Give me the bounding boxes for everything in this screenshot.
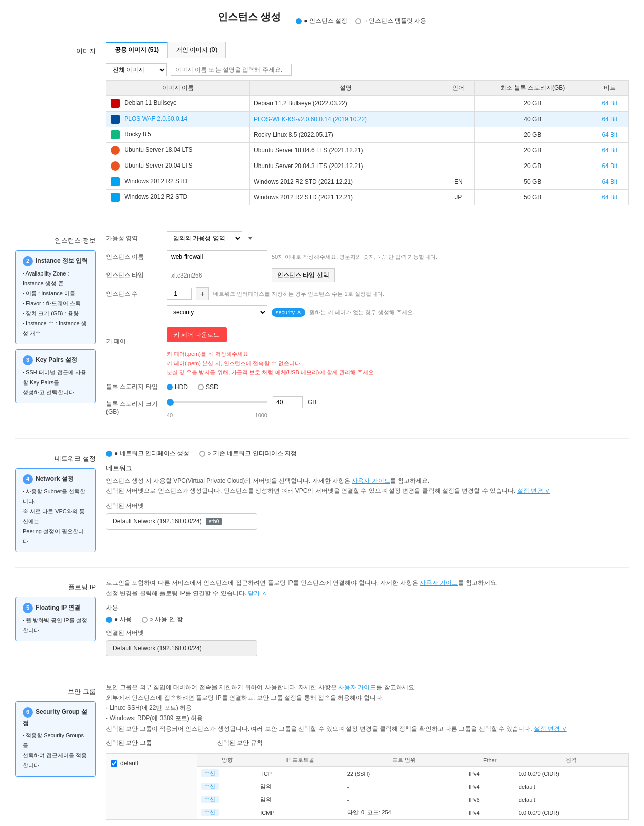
tab-private-images[interactable]: 개인 이미지 (0) xyxy=(168,42,226,58)
image-table-row[interactable]: Debian 11 Bullseye Debian 11.2 Bullseye … xyxy=(106,96,629,112)
image-search-input[interactable] xyxy=(171,64,292,76)
sg-rule-row: 수신 ICMP 타입: 0, 코드: 254 IPv4 0.0.0.0/0 (C… xyxy=(197,806,628,819)
tab-template[interactable]: ○ 인스턴스 템플릿 사용 xyxy=(355,17,426,25)
keypair-label: 키 페어 xyxy=(106,337,167,346)
connected-subnet-label: 연결된 서버넷 xyxy=(106,629,629,637)
image-table-row[interactable]: Windows 2012 R2 STD Windows 2012 R2 STD … xyxy=(106,174,629,190)
storage-max-label: 1000 xyxy=(255,412,267,418)
sg-change-link[interactable]: 설정 변경 ∨ xyxy=(534,725,567,732)
network-sub-label: 네트워크 xyxy=(106,464,629,473)
avail-zone-label: 가용성 영역 xyxy=(106,234,167,243)
instance-count-label: 인스턴스 수 xyxy=(106,290,167,298)
image-table-row[interactable]: Rocky 8.5 Rocky Linux 8.5 (2022.05.17) 2… xyxy=(106,127,629,143)
col-lang: 언어 xyxy=(442,81,475,96)
sg-rule-row: 수신 TCP 22 (SSH) IPv4 0.0.0.0/0 (CIDR) xyxy=(197,767,628,780)
subnet-box: Default Network (192.168.0.0/24) eth0 xyxy=(106,513,257,530)
keypair-hint: 원하는 키 페어가 없는 경우 생성해 주세요. xyxy=(309,309,414,316)
info-box-6: 6Security Group 설정 · 적용할 Security Groups… xyxy=(15,701,96,776)
floating-ip-subnet-box: Default Network (192.168.0.0/24) xyxy=(106,640,257,656)
security-group-panel: default 방향IP 프로토콜포트 범위Ether원격 수신 TCP 22 … xyxy=(106,753,629,820)
network-section-label: 네트워크 설정 xyxy=(15,454,96,463)
selected-subnet-label: 선택된 서버넷 xyxy=(106,502,629,510)
image-table-row[interactable]: PLOS WAF 2.0.60.0.14 PLOS-WFK-KS-v2.0.60… xyxy=(106,112,629,127)
keypair-select[interactable]: security xyxy=(167,305,267,319)
image-table-row[interactable]: Ubuntu Server 20.04 LTS Ubuntu Server 20… xyxy=(106,158,629,174)
storage-ssd-radio[interactable]: SSD xyxy=(198,383,219,391)
storage-size-slider[interactable] xyxy=(167,401,267,403)
sg-section-label: 보안 그룹 xyxy=(15,687,96,696)
storage-hdd-radio[interactable]: HDD xyxy=(167,383,188,391)
col-image-name: 이미지 이름 xyxy=(106,81,250,96)
keypair-download-btn[interactable]: 키 페어 다운로드 xyxy=(167,327,227,342)
instance-info-label: 인스턴스 정보 xyxy=(15,236,96,245)
sg-default-checkbox[interactable] xyxy=(111,760,117,767)
floating-ip-section-label: 플로팅 IP xyxy=(15,583,96,592)
col-bit: 비트 xyxy=(591,81,628,96)
selected-rules-label: 선택된 보안 규칙 xyxy=(217,739,629,747)
instance-type-input[interactable] xyxy=(167,269,267,282)
image-table-row[interactable]: Ubuntu Server 18.04 LTS Ubuntu Server 18… xyxy=(106,143,629,158)
network-new-radio[interactable]: ● 네트워크 인터페이스 생성 xyxy=(106,449,189,458)
instance-type-select-btn[interactable]: 인스턴스 타입 선택 xyxy=(272,268,335,282)
info-box-5: 5Floating IP 연결 · 웹 방화벽 공인 IP를 설정합니다. xyxy=(15,597,96,641)
page-title: 인스턴스 생성 xyxy=(218,10,281,24)
floating-ip-desc: 로그인을 포함하여 다른 서비스에서 인스턴스에 접근하려면 플로팅 IP를 인… xyxy=(106,578,629,598)
floating-ip-more-link[interactable]: 닫기 ∧ xyxy=(248,590,266,597)
storage-unit: GB xyxy=(308,399,316,406)
tab-public-images[interactable]: 공용 이미지 (51) xyxy=(106,42,168,58)
sg-default-name: default xyxy=(120,760,138,767)
storage-min-label: 40 xyxy=(167,412,173,418)
sg-rules-table: 방향IP 프로토콜포트 범위Ether원격 수신 TCP 22 (SSH) IP… xyxy=(197,754,628,819)
network-existing-radio[interactable]: ○ 기존 네트워크 인터페이스 지정 xyxy=(199,449,297,458)
storage-size-label: 블록 스토리지 크기(GB) xyxy=(106,400,167,415)
info-box-3: 3Key Pairs 설정 · SSH 터미널 접근에 사용할 Key Pair… xyxy=(15,349,96,403)
use-label: 사용 xyxy=(106,603,629,612)
instance-name-label: 인스턴스 이름 xyxy=(106,253,167,261)
image-section-label: 이미지 xyxy=(15,42,106,205)
network-desc: 인스턴스 생성 시 사용할 VPC(Virtual Private Cloud)… xyxy=(106,476,629,497)
tab-instance-setup[interactable]: ● 인스턴스 설정 xyxy=(296,17,347,25)
keypair-tag: security ✕ xyxy=(272,308,305,317)
image-table-row[interactable]: Windows 2012 R2 STD Windows 2012 R2 STD … xyxy=(106,190,629,205)
count-plus-btn[interactable]: + xyxy=(196,287,209,300)
eth-badge: eth0 xyxy=(206,518,222,525)
keypair-remove-btn[interactable]: ✕ xyxy=(297,309,301,316)
info-box-4: 4Network 설정 · 사용할 Subnet을 선택합니다. ※ 서로 다른… xyxy=(15,468,96,552)
sg-rule-row: 수신 임의 - IPv6 default xyxy=(197,793,628,806)
selected-sg-label: 선택된 보안 그룹 xyxy=(106,739,207,747)
floating-ip-no-radio[interactable]: ○ 사용 안 함 xyxy=(142,615,183,624)
instance-name-input[interactable] xyxy=(167,250,267,263)
image-filter-select[interactable]: 전체 이미지 xyxy=(106,63,167,76)
storage-type-label: 블록 스토리지 타입 xyxy=(106,382,167,391)
instance-count-hint: 네트워크 인터페이스를 지정하는 경우 인스턴스 수는 1로 설정됩니다. xyxy=(213,290,384,298)
subnet-name: Default Network (192.168.0.0/24) xyxy=(113,518,202,525)
image-tabs: 공용 이미지 (51) 개인 이미지 (0) xyxy=(106,42,629,58)
image-table: 이미지 이름 설명 언어 최소 블록 스토리지(GB) 비트 Debian 11… xyxy=(106,80,629,205)
instance-count-input[interactable] xyxy=(167,288,192,300)
instance-name-hint: 50자 이내로 작성해주세요. 영문자와 숫자, '-','.' 만 입력 가능… xyxy=(272,253,437,261)
floating-ip-use-radio[interactable]: ● 사용 xyxy=(106,615,132,624)
info-box-1: 2Instance 정보 입력 · Availability Zone : In… xyxy=(15,250,96,344)
sg-desc: 보안 그룹은 외부 침입에 대비하여 접속을 제한하기 위하여 사용합니다. 자… xyxy=(106,682,629,734)
keypair-warning: 키 페어(.pem)를 꼭 저장해주세요. 키 페어(.pem) 분실 시, 인… xyxy=(167,349,375,377)
col-description: 설명 xyxy=(249,81,442,96)
network-change-link[interactable]: 설정 변경 ∨ xyxy=(517,487,550,494)
instance-type-label: 인스턴스 타입 xyxy=(106,271,167,280)
avail-zone-select[interactable]: 임의의 가용성 영역 xyxy=(167,231,242,245)
storage-size-input[interactable] xyxy=(273,396,303,408)
floating-ip-subnet-name: Default Network (192.168.0.0/24) xyxy=(113,645,202,652)
col-storage: 최소 블록 스토리지(GB) xyxy=(475,81,591,96)
sg-rule-row: 수신 임의 - IPv4 default xyxy=(197,780,628,793)
